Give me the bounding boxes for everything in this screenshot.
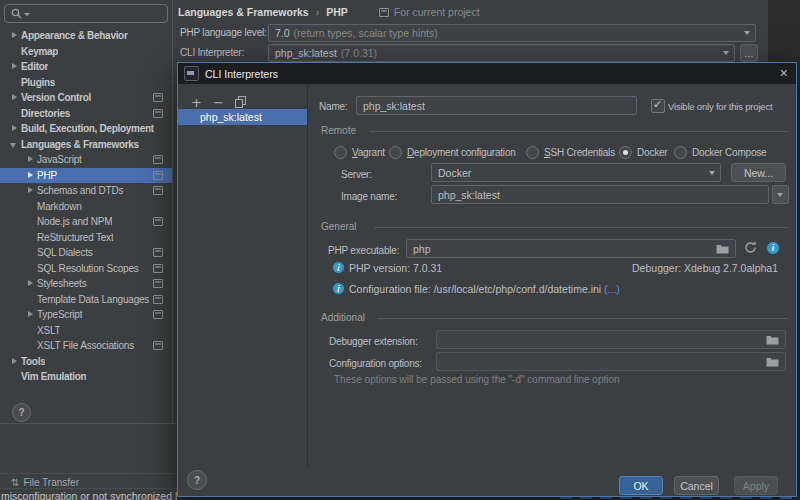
folder-browse-icon[interactable]: [716, 244, 729, 254]
sidebar-item-version-control[interactable]: Version Control: [0, 90, 172, 106]
arrow-spacer: [8, 76, 21, 89]
copy-interpreter-icon[interactable]: [235, 96, 246, 108]
sidebar-item-restructured-text[interactable]: ReStructured Text: [0, 230, 172, 246]
sidebar-item-sql-resolution-scopes[interactable]: SQL Resolution Scopes: [0, 261, 172, 277]
remove-interpreter-button[interactable]: −: [213, 96, 224, 109]
sidebar-item-stylesheets[interactable]: Stylesheets: [0, 276, 172, 292]
sidebar-item-languages-frameworks[interactable]: Languages & Frameworks: [0, 137, 172, 153]
server-label: Server:: [341, 166, 372, 184]
image-name-field[interactable]: php_sk:latest: [431, 185, 769, 204]
sidebar-item-plugins[interactable]: Plugins: [0, 75, 172, 91]
name-field[interactable]: php_sk:latest: [356, 96, 637, 115]
sidebar-item-node-js-and-npm[interactable]: Node.js and NPM: [0, 214, 172, 230]
sidebar-item-appearance-behavior[interactable]: Appearance & Behavior: [0, 28, 172, 44]
cli-interpreter-browse-button[interactable]: ...: [740, 44, 758, 62]
server-value: Docker: [438, 167, 471, 179]
cli-interpreter-select[interactable]: php_sk:latest (7.0.31): [268, 44, 735, 62]
chevron-collapsed-icon[interactable]: [8, 122, 21, 135]
dialog-titlebar[interactable]: CLI Interpreters ×: [178, 63, 796, 84]
per-project-settings-icon: [153, 171, 163, 180]
sidebar-item-vim-emulation[interactable]: Vim Emulation: [0, 369, 172, 385]
chevron-collapsed-icon[interactable]: [24, 184, 37, 197]
radio-ssh-credentials[interactable]: SSH Credentials: [526, 146, 615, 159]
radio-deployment-configuration[interactable]: Deployment configuration: [389, 146, 516, 159]
sidebar-item-template-data-languages[interactable]: Template Data Languages: [0, 292, 172, 308]
sidebar-item-markdown[interactable]: Markdown: [0, 199, 172, 215]
php-executable-value: php: [413, 243, 431, 255]
sidebar-item-label: Languages & Frameworks: [21, 139, 139, 150]
sidebar-item-tools[interactable]: Tools: [0, 354, 172, 370]
sidebar-item-directories[interactable]: Directories: [0, 106, 172, 122]
sidebar-item-sql-dialects[interactable]: SQL Dialects: [0, 245, 172, 261]
scope-indicator: For current project: [379, 6, 480, 18]
radio-docker-compose[interactable]: Docker Compose: [674, 146, 766, 159]
configuration-options-field[interactable]: [436, 352, 786, 371]
visible-only-checkbox-label[interactable]: Visible only for this project: [668, 101, 772, 112]
sidebar-item-label: Tools: [21, 356, 45, 367]
debugger-extension-field[interactable]: [436, 330, 786, 349]
configuration-file-more-link[interactable]: (...): [604, 283, 620, 295]
php-executable-field[interactable]: php: [406, 239, 736, 258]
interpreter-list-item[interactable]: php_sk:latest: [178, 109, 307, 125]
language-level-suffix: (return types, scalar type hints): [294, 27, 438, 39]
language-level-select[interactable]: 7.0 (return types, scalar type hints): [268, 24, 756, 42]
close-icon[interactable]: ×: [780, 64, 788, 83]
radio-vagrant[interactable]: Vagrant: [334, 146, 385, 159]
sidebar-item-php[interactable]: PHP: [0, 168, 172, 184]
folder-browse-icon[interactable]: [766, 357, 779, 367]
statusbar-divider-2: [0, 488, 177, 489]
cancel-button[interactable]: Cancel: [674, 476, 719, 495]
breadcrumb-languages-frameworks[interactable]: Languages & Frameworks: [178, 6, 309, 18]
file-transfer-toolwindow-button[interactable]: ⇅ File Transfer: [11, 477, 79, 488]
chevron-down-icon: [723, 51, 729, 55]
breadcrumb-php[interactable]: PHP: [326, 6, 348, 18]
chevron-collapsed-icon[interactable]: [8, 60, 21, 73]
add-interpreter-button[interactable]: +: [191, 96, 202, 109]
chevron-collapsed-icon[interactable]: [24, 308, 37, 321]
sidebar-item-label: Version Control: [21, 92, 91, 103]
sidebar-item-build-execution-deployment[interactable]: Build, Execution, Deployment: [0, 121, 172, 137]
server-select[interactable]: Docker: [431, 163, 721, 182]
cli-interpreter-suffix: (7.0.31): [341, 47, 377, 59]
sidebar-item-javascript[interactable]: JavaScript: [0, 152, 172, 168]
radio-docker[interactable]: Docker: [619, 146, 667, 159]
ok-button[interactable]: OK: [619, 476, 663, 495]
sidebar-item-typescript[interactable]: TypeScript: [0, 307, 172, 323]
dialog-help-button[interactable]: ?: [187, 470, 207, 490]
language-level-label: PHP language level:: [180, 24, 267, 42]
sidebar-item-label: XSLT: [37, 325, 60, 336]
configuration-file-info: Configuration file: /usr/local/etc/php/c…: [349, 283, 620, 295]
settings-help-button[interactable]: ?: [12, 403, 31, 422]
radio-dot-icon: [334, 146, 347, 159]
interpreter-list-panel: + − php_sk:latest: [178, 84, 308, 468]
sidebar-item-editor[interactable]: Editor: [0, 59, 172, 75]
new-server-button[interactable]: New...: [731, 163, 786, 182]
folder-browse-icon[interactable]: [766, 335, 779, 345]
chevron-collapsed-icon[interactable]: [8, 91, 21, 104]
sidebar-item-schemas-and-dtds[interactable]: Schemas and DTDs: [0, 183, 172, 199]
arrow-spacer: [24, 200, 37, 213]
name-field-value: php_sk:latest: [363, 100, 425, 112]
visible-only-checkbox[interactable]: [651, 99, 665, 113]
sidebar-item-keymap[interactable]: Keymap: [0, 44, 172, 60]
sidebar-item-xslt[interactable]: XSLT: [0, 323, 172, 339]
reload-phpinfo-icon[interactable]: [743, 240, 758, 255]
settings-search-input[interactable]: [4, 4, 168, 23]
chevron-collapsed-icon[interactable]: [8, 355, 21, 368]
chevron-expanded-icon[interactable]: [8, 138, 21, 151]
chevron-collapsed-icon[interactable]: [24, 277, 37, 290]
sidebar-item-xslt-file-associations[interactable]: XSLT File Associations: [0, 338, 172, 354]
sidebar-item-label: XSLT File Associations: [37, 340, 134, 351]
arrow-spacer: [24, 262, 37, 275]
additional-group-line: [378, 318, 788, 319]
chevron-down-icon: [709, 171, 715, 175]
chevron-collapsed-icon[interactable]: [24, 169, 37, 182]
arrow-spacer: [24, 246, 37, 259]
apply-button[interactable]: Apply: [734, 476, 778, 495]
chevron-collapsed-icon[interactable]: [24, 153, 37, 166]
chevron-collapsed-icon[interactable]: [8, 29, 21, 42]
image-name-dropdown-button[interactable]: [772, 185, 789, 204]
show-phpinfo-icon[interactable]: i: [767, 242, 779, 254]
sidebar-item-label: Editor: [21, 61, 48, 72]
per-project-settings-icon: [153, 295, 163, 304]
